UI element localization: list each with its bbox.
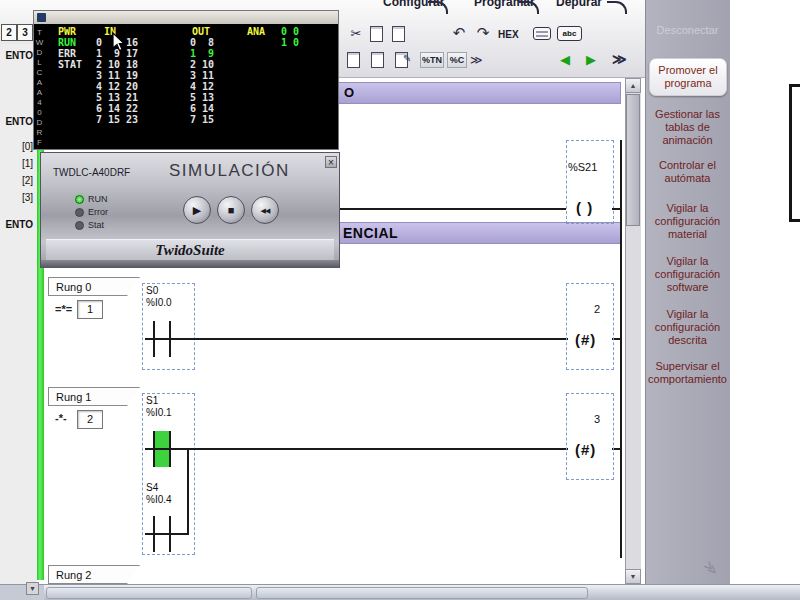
- error-led: [75, 208, 84, 217]
- monitor-out-row: 2 10: [190, 59, 214, 70]
- stat-led-label: Stat: [88, 220, 104, 230]
- rung0-coil-selection: [566, 283, 614, 370]
- bubble-line: [536, 35, 548, 37]
- animation-tables-button[interactable]: Gestionar las tablas de animación: [645, 108, 730, 147]
- taskbar[interactable]: [0, 584, 800, 600]
- rung1-contact2[interactable]: [153, 516, 155, 552]
- monitor-out-row: 0 8: [190, 37, 214, 48]
- abc-bubble-icon[interactable]: abc: [557, 26, 582, 41]
- control-plc-button[interactable]: Controlar el autómata: [645, 159, 730, 185]
- monitor-in-row: 6 14 22: [96, 103, 138, 114]
- error-led-label: Error: [88, 207, 108, 217]
- rung1-coil-number: 3: [594, 413, 600, 425]
- monitor-in-row: 3 11 19: [96, 70, 138, 81]
- left-panel-item-1[interactable]: [1]: [0, 158, 33, 169]
- tab-arrow-icon: [428, 1, 448, 14]
- s21-operand-label: %S21: [568, 161, 597, 173]
- s21-coil[interactable]: ( ): [576, 199, 593, 216]
- sim-bottom-edge: [41, 260, 339, 268]
- expand-chevron-icon[interactable]: ≫: [612, 50, 627, 68]
- rung0-operator: =*=: [55, 303, 72, 315]
- twidosuite-logo: TwidoSuite: [155, 242, 224, 258]
- monitor-in-row: 2 10 18: [96, 59, 138, 70]
- monitor-software-config-button[interactable]: Vigilar la configuración software: [645, 255, 730, 294]
- export-icon[interactable]: [347, 52, 360, 68]
- step-forward-button[interactable]: ▶: [586, 52, 596, 68]
- rung1-step-box[interactable]: 2: [77, 410, 103, 429]
- more-tools-chevron-icon[interactable]: ≫: [470, 51, 483, 69]
- rung0-contact[interactable]: [169, 321, 171, 357]
- monitor-stat-label: STAT: [58, 59, 82, 70]
- disconnect-button[interactable]: Desconectar: [645, 24, 730, 37]
- promote-program-button[interactable]: Promover el programa: [649, 58, 727, 96]
- counter-c-button[interactable]: %C: [447, 52, 467, 68]
- rung0-tab[interactable]: Rung 0: [48, 277, 140, 296]
- stop-button[interactable]: ■: [217, 196, 245, 224]
- monitor-ana-value: 0 0: [281, 26, 299, 37]
- rung0-contact[interactable]: [153, 321, 155, 357]
- twidosuite-screen: Configurar Programar Depurar 2 3 ✂ ↶ ↷ H…: [0, 0, 800, 600]
- monitor-out-row: 1 9: [190, 48, 214, 59]
- wire: [145, 533, 189, 535]
- monitor-in-row: 7 15 23: [96, 114, 138, 125]
- step-back-button[interactable]: ◀: [560, 52, 570, 68]
- taskbar-window-button[interactable]: [256, 587, 588, 599]
- hex-button[interactable]: HEX: [498, 29, 519, 40]
- simulation-title: SIMULACIÓN: [169, 161, 290, 181]
- bubble-line: [536, 31, 548, 33]
- page-button-2[interactable]: 2: [1, 24, 17, 41]
- page-button-3[interactable]: 3: [17, 24, 33, 41]
- monitor-device-label: TWDLCAA40DRF: [35, 28, 44, 148]
- play-button[interactable]: ▶: [183, 196, 211, 224]
- rung0-coil[interactable]: (#): [575, 331, 596, 348]
- monitor-described-config-button[interactable]: Vigilar la configuración descrita: [645, 308, 730, 347]
- branch-wire: [187, 448, 189, 535]
- left-panel-item-3[interactable]: [3]: [0, 192, 33, 203]
- pencil-icon: ✎: [403, 50, 411, 68]
- monitor-out-row: 6 14: [190, 103, 214, 114]
- rung1-tab[interactable]: Rung 1: [48, 387, 140, 406]
- io-monitor-window[interactable]: TWDLCAA40DRF PWR IN OUT ANA 0 0 RUN ERR …: [33, 10, 339, 150]
- run-led-label: RUN: [88, 194, 108, 204]
- simulation-window[interactable]: TWDLC-A40DRF SIMULACIÓN × RUN Error Stat…: [40, 152, 340, 268]
- taskbar-window-button[interactable]: [46, 587, 252, 599]
- monitor-in-row: 4 12 20: [96, 81, 138, 92]
- supervise-behavior-button[interactable]: Supervisar el comportamiento: [645, 360, 730, 386]
- close-icon[interactable]: ×: [325, 156, 337, 168]
- scroll-up-button[interactable]: ▲: [625, 78, 641, 93]
- redo-icon[interactable]: ↷: [473, 24, 493, 42]
- left-panel-item-2[interactable]: [2]: [0, 175, 33, 186]
- rung1-contact1-address: %I0.1: [146, 407, 172, 419]
- monitor-run-label: RUN: [58, 37, 76, 48]
- run-led: [75, 195, 84, 204]
- import-icon[interactable]: [371, 52, 384, 68]
- stat-led: [75, 221, 84, 230]
- copy-icon[interactable]: [370, 26, 383, 42]
- left-panel-label: ENTO: [0, 50, 33, 61]
- timer-tn-button[interactable]: %TN: [420, 52, 444, 68]
- rung1-contact2-address: %I0.4: [146, 494, 172, 506]
- monitor-titlebar[interactable]: [34, 11, 338, 24]
- monitor-err-label: ERR: [58, 48, 76, 59]
- comment-bubble-icon[interactable]: [533, 27, 551, 40]
- rung0-step-box[interactable]: 1: [77, 300, 103, 319]
- rung1-contact2[interactable]: [169, 516, 171, 552]
- scissors-icon[interactable]: ✂: [346, 25, 366, 43]
- undo-icon[interactable]: ↶: [449, 24, 469, 42]
- scroll-down-button[interactable]: ▼: [625, 569, 641, 584]
- wire: [145, 338, 568, 340]
- left-panel-label: ENTO: [0, 116, 33, 127]
- left-scroll-down-button[interactable]: ▼: [26, 582, 39, 595]
- rung1-contact1[interactable]: [169, 431, 171, 467]
- brand-band: TwidoSuite: [46, 239, 334, 261]
- paste-icon[interactable]: [392, 26, 405, 42]
- tab-depurar[interactable]: Depurar: [556, 0, 602, 9]
- monitor-out-row: 4 12: [190, 81, 214, 92]
- left-panel-item-0[interactable]: [0]: [0, 141, 33, 152]
- scrollbar-thumb[interactable]: [626, 94, 640, 226]
- rewind-button[interactable]: ◀◀: [251, 196, 279, 224]
- monitor-hardware-config-button[interactable]: Vigilar la configuración material: [645, 202, 730, 241]
- rung2-tab[interactable]: Rung 2: [48, 565, 140, 584]
- rung1-coil[interactable]: (#): [575, 441, 596, 458]
- rung1-contact1[interactable]: [153, 431, 155, 467]
